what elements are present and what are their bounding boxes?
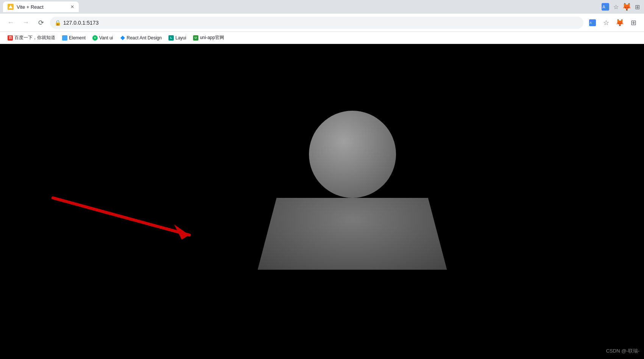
svg-text:A: A: [603, 5, 605, 9]
url-display: 127.0.0.1:5173: [63, 20, 579, 26]
bookmark-layui-label: Layui: [175, 35, 186, 41]
baidu-favicon: 百: [8, 35, 13, 41]
uniapp-favicon: U: [193, 35, 198, 41]
bookmark-vant-label: Vant ui: [99, 35, 113, 41]
arrow-container: [49, 190, 208, 245]
nav-right-icons: A 文 ☆ 🦊 ⊞: [586, 17, 639, 29]
red-arrow: [49, 190, 208, 243]
svg-line-8: [53, 198, 189, 235]
back-button[interactable]: ←: [5, 17, 17, 29]
svg-marker-0: [9, 5, 12, 8]
bookmark-baidu-label: 百度一下，你就知道: [14, 34, 55, 41]
bookmark-uniapp[interactable]: U uni-app官网: [190, 33, 227, 42]
bookmark-button[interactable]: ☆: [600, 17, 612, 29]
bookmark-layui[interactable]: L Layui: [165, 33, 189, 42]
page-content: CSDN @-联瑞-: [0, 44, 644, 359]
element-favicon: [62, 35, 67, 41]
fox-button[interactable]: 🦊: [614, 17, 626, 29]
watermark: CSDN @-联瑞-: [606, 348, 639, 354]
bookmark-element[interactable]: Element: [59, 33, 89, 42]
bookmark-element-label: Element: [69, 35, 86, 41]
navigation-bar: ← → ⟳ 🔒 127.0.0.1:5173 A 文 ☆ 🦊 ⊞: [0, 14, 644, 32]
browser-chrome: Vite + React ✕ A 文 ☆ 🦊 ⊞ ← → ⟳ 🔒 127.0.0…: [0, 0, 644, 44]
extensions-button[interactable]: ⊞: [627, 17, 639, 29]
address-bar[interactable]: 🔒 127.0.0.1:5173: [50, 17, 583, 29]
firefox-icon: 🦊: [623, 3, 630, 11]
bookmarks-bar: 百 百度一下，你就知道 Element V Vant ui React Ant …: [0, 32, 644, 44]
user-body: [258, 198, 447, 270]
bookmark-react-ant[interactable]: React Ant Design: [117, 33, 165, 42]
lock-icon: 🔒: [55, 20, 61, 26]
browser-controls-right: A 文 ☆ 🦊 ⊞: [602, 3, 641, 11]
active-tab[interactable]: Vite + React ✕: [3, 2, 79, 12]
extensions-icon[interactable]: ⊞: [633, 3, 641, 11]
layui-favicon: L: [168, 35, 174, 41]
translate-button[interactable]: A 文: [586, 17, 599, 29]
reload-button[interactable]: ⟳: [35, 17, 47, 29]
svg-marker-7: [120, 36, 125, 40]
bookmark-star-icon[interactable]: ☆: [612, 3, 620, 11]
bookmark-baidu[interactable]: 百 百度一下，你就知道: [5, 33, 58, 42]
svg-text:文: 文: [605, 5, 608, 9]
vant-favicon: V: [92, 35, 98, 41]
svg-text:A: A: [590, 21, 592, 25]
user-head: [309, 111, 396, 198]
tab-bar: Vite + React ✕ A 文 ☆ 🦊 ⊞: [0, 0, 644, 14]
tab-close-button[interactable]: ✕: [70, 4, 74, 9]
user-figure: [258, 111, 447, 270]
bookmark-uniapp-label: uni-app官网: [200, 34, 224, 41]
react-ant-favicon: [120, 35, 125, 41]
svg-text:文: 文: [592, 22, 595, 24]
forward-button[interactable]: →: [20, 17, 32, 29]
tab-title: Vite + React: [17, 4, 67, 10]
translate-icon[interactable]: A 文: [602, 3, 609, 11]
bookmark-react-ant-label: React Ant Design: [127, 35, 162, 41]
tab-favicon: [8, 4, 14, 10]
bookmark-vant[interactable]: V Vant ui: [89, 33, 116, 42]
